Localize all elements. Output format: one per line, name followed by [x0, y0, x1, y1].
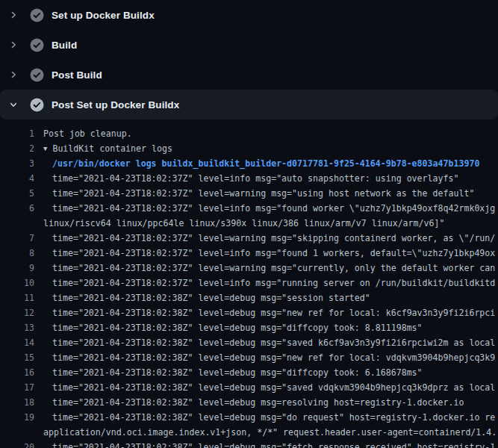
log-line-text: time="2021-04-23T18:02:37Z" level=warnin…	[52, 261, 495, 276]
check-circle-icon	[30, 38, 44, 52]
log-line-text: linux/riscv64 linux/ppc64le linux/s390x …	[43, 216, 444, 231]
log-row: 13 time="2021-04-23T18:02:38Z" level=deb…	[0, 320, 498, 335]
log-row: 8 time="2021-04-23T18:02:37Z" level=info…	[0, 246, 498, 261]
log-row: 14 time="2021-04-23T18:02:38Z" level=deb…	[0, 335, 498, 350]
log-line-number[interactable]: 7	[0, 231, 34, 246]
step-label: Build	[52, 40, 77, 51]
log-row: 3 /usr/bin/docker logs buildx_buildkit_b…	[0, 156, 498, 171]
log-line-number[interactable]: 11	[0, 290, 34, 305]
step-row-post-build[interactable]: Post Build	[0, 60, 498, 90]
log-line-number[interactable]: 10	[0, 276, 34, 290]
check-circle-icon	[30, 8, 44, 22]
check-circle-icon	[30, 98, 44, 112]
chevron-right-icon	[8, 69, 19, 81]
step-row-set-up-docker-buildx[interactable]: Set up Docker Buildx	[0, 0, 498, 30]
log-line-number[interactable]: 8	[0, 246, 34, 261]
log-group-toggle[interactable]: ▼ BuildKit container logs	[43, 141, 172, 156]
log-row: 15 time="2021-04-23T18:02:38Z" level=deb…	[0, 350, 498, 365]
log-row: 17 time="2021-04-23T18:02:38Z" level=deb…	[0, 380, 498, 395]
log-line-text: time="2021-04-23T18:02:38Z" level=debug …	[52, 395, 464, 410]
log-line-number[interactable]: 19	[0, 410, 34, 425]
log-line-text: time="2021-04-23T18:02:38Z" level=debug …	[52, 335, 495, 350]
log-line-number[interactable]: 13	[0, 320, 34, 335]
log-line-number[interactable]: 18	[0, 395, 34, 410]
step-label: Post Build	[52, 69, 102, 81]
log-row: 6 time="2021-04-23T18:02:37Z" level=info…	[0, 201, 498, 216]
step-row-build[interactable]: Build	[0, 30, 498, 60]
group-expanded-triangle-icon: ▼	[43, 141, 47, 156]
log-row: 10 time="2021-04-23T18:02:37Z" level=inf…	[0, 276, 498, 290]
log-row: 20 time="2021-04-23T18:02:38Z" level=deb…	[0, 440, 498, 448]
log-row: 2 ▼ BuildKit container logs	[0, 141, 498, 156]
log-line-text: time="2021-04-23T18:02:37Z" level=warnin…	[52, 186, 474, 201]
log-line-text: time="2021-04-23T18:02:38Z" level=debug …	[52, 350, 495, 365]
log-viewer: 1 Post job cleanup. 2 ▼ BuildKit contain…	[0, 119, 498, 448]
log-row: 18 time="2021-04-23T18:02:38Z" level=deb…	[0, 395, 498, 410]
log-row: application/vnd.oci.image.index.v1+json,…	[0, 425, 498, 440]
step-label: Set up Docker Buildx	[52, 10, 155, 21]
log-row: 19 time="2021-04-23T18:02:38Z" level=deb…	[0, 410, 498, 425]
log-line-number[interactable]: 3	[0, 156, 34, 171]
log-line-number[interactable]	[0, 216, 34, 231]
log-line-text: time="2021-04-23T18:02:38Z" level=debug …	[52, 380, 495, 395]
log-line-text: time="2021-04-23T18:02:37Z" level=info m…	[52, 201, 495, 216]
log-line-number[interactable]: 16	[0, 365, 34, 380]
log-line-number[interactable]: 4	[0, 171, 34, 186]
log-line-text: time="2021-04-23T18:02:38Z" level=debug …	[52, 410, 495, 425]
chevron-down-icon	[8, 99, 19, 111]
log-row: 4 time="2021-04-23T18:02:37Z" level=info…	[0, 171, 498, 186]
log-line-number[interactable]: 9	[0, 261, 34, 276]
log-line-number[interactable]: 6	[0, 201, 34, 216]
log-row: 12 time="2021-04-23T18:02:38Z" level=deb…	[0, 305, 498, 320]
log-line-text: time="2021-04-23T18:02:37Z" level=info m…	[52, 246, 495, 261]
log-line-text: /usr/bin/docker logs buildx_buildkit_bui…	[52, 156, 479, 171]
log-line-number[interactable]	[0, 425, 34, 440]
log-row: 7 time="2021-04-23T18:02:37Z" level=warn…	[0, 231, 498, 246]
step-row-post-set-up-docker-buildx[interactable]: Post Set up Docker Buildx	[0, 90, 498, 119]
log-line-number[interactable]: 12	[0, 305, 34, 320]
log-row: linux/riscv64 linux/ppc64le linux/s390x …	[0, 216, 498, 231]
log-line-text: time="2021-04-23T18:02:38Z" level=debug …	[52, 440, 495, 448]
log-line-text: time="2021-04-23T18:02:37Z" level=info m…	[52, 276, 495, 290]
log-row: 1 Post job cleanup.	[0, 126, 498, 141]
log-row: 9 time="2021-04-23T18:02:37Z" level=warn…	[0, 261, 498, 276]
log-line-text: application/vnd.oci.image.index.v1+json,…	[43, 425, 497, 440]
log-line-number[interactable]: 5	[0, 186, 34, 201]
step-label: Post Set up Docker Buildx	[52, 99, 179, 111]
log-line-text: time="2021-04-23T18:02:38Z" level=debug …	[52, 290, 370, 305]
log-row: 5 time="2021-04-23T18:02:37Z" level=warn…	[0, 186, 498, 201]
log-line-number[interactable]: 17	[0, 380, 34, 395]
log-line-text: time="2021-04-23T18:02:37Z" level=info m…	[52, 171, 458, 186]
log-line-text: time="2021-04-23T18:02:38Z" level=debug …	[52, 320, 423, 335]
log-line-text: time="2021-04-23T18:02:38Z" level=debug …	[52, 305, 495, 320]
log-line-text: time="2021-04-23T18:02:38Z" level=debug …	[52, 365, 423, 380]
log-line-text: time="2021-04-23T18:02:37Z" level=warnin…	[52, 231, 495, 246]
log-row: 11 time="2021-04-23T18:02:38Z" level=deb…	[0, 290, 498, 305]
log-line-number[interactable]: 15	[0, 350, 34, 365]
chevron-right-icon	[8, 9, 19, 21]
log-line-number[interactable]: 20	[0, 440, 34, 448]
check-circle-icon	[30, 68, 44, 82]
log-line-text: Post job cleanup.	[43, 126, 132, 141]
log-line-number[interactable]: 2	[0, 141, 34, 156]
log-row: 16 time="2021-04-23T18:02:38Z" level=deb…	[0, 365, 498, 380]
log-line-number[interactable]: 14	[0, 335, 34, 350]
chevron-right-icon	[8, 39, 19, 51]
log-line-number[interactable]: 1	[0, 126, 34, 141]
steps-list: Set up Docker Buildx Build Post Build Po…	[0, 0, 498, 119]
